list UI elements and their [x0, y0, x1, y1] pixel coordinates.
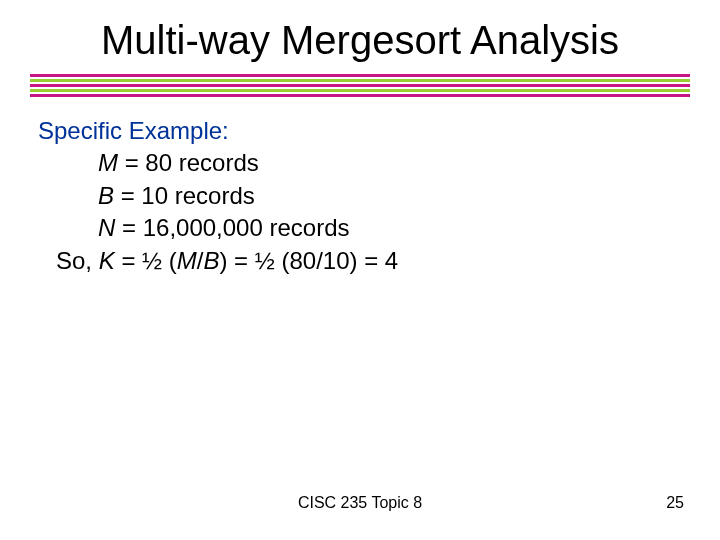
rule-pink-1 [30, 74, 690, 77]
line-n: N = 16,000,000 records [38, 212, 678, 244]
slide-body: Specific Example: M = 80 records B = 10 … [38, 115, 678, 277]
var-n: N [98, 214, 115, 241]
rule-green-1 [30, 79, 690, 82]
footer-course: CISC 235 Topic 8 [0, 494, 720, 512]
footer-page-number: 25 [666, 494, 684, 512]
var-k: K [99, 247, 115, 274]
var-m: M [98, 149, 118, 176]
rule-pink-3 [30, 94, 690, 97]
example-heading: Specific Example: [38, 115, 678, 147]
var-b: B [98, 182, 114, 209]
var-mb-m: M [177, 247, 197, 274]
title-underline-rules [30, 74, 690, 99]
line-n-rest: = 16,000,000 records [115, 214, 349, 241]
line-m-rest: = 80 records [118, 149, 259, 176]
line-b-rest: = 10 records [114, 182, 255, 209]
line-b: B = 10 records [38, 180, 678, 212]
slide: Multi-way Mergesort Analysis Specific Ex… [0, 0, 720, 540]
so-mid: = ½ ( [115, 247, 177, 274]
so-suffix: ) = ½ (80/10) = 4 [219, 247, 398, 274]
so-prefix: So, [56, 247, 99, 274]
slide-title: Multi-way Mergesort Analysis [0, 18, 720, 63]
var-mb-b: B [203, 247, 219, 274]
line-k: So, K = ½ (M/B) = ½ (80/10) = 4 [38, 245, 678, 277]
line-m: M = 80 records [38, 147, 678, 179]
rule-pink-2 [30, 84, 690, 87]
rule-green-2 [30, 89, 690, 92]
